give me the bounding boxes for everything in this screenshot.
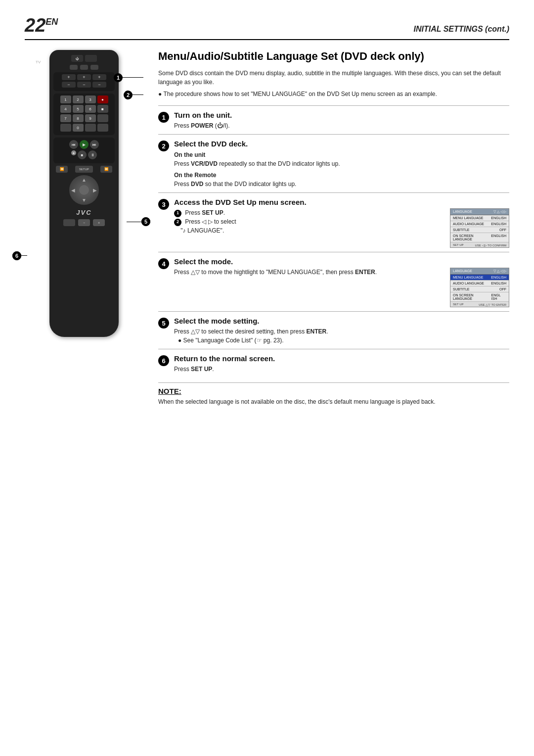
step-3-inline-2: 2 [174, 219, 181, 226]
step-3-content: Access the DVD Set Up menu screen. 1 Pre… [174, 198, 509, 248]
step-6-num: 6 [158, 355, 169, 366]
note-box: NOTE: When the selected language is not … [158, 382, 509, 406]
intro-bullet: The procedure shows how to set "MENU LAN… [158, 90, 509, 98]
num-8: 8 [73, 114, 84, 122]
tv-label: TV [36, 60, 41, 64]
btn-fwd: ⏩ [100, 166, 112, 173]
mini-screen-2-row2: AUDIO LANGUAGEENGLISH [450, 281, 509, 286]
btn-r1 [70, 65, 78, 70]
header: 22EN INITIAL SETTINGS (cont.) [25, 15, 509, 40]
step-5-content: Select the mode setting. Press △▽ to sel… [174, 317, 509, 345]
callout-5: 5 [141, 217, 150, 226]
step-2-sub1-text: Press VCR/DVD repeatedly so that the DVD… [174, 159, 509, 168]
mini-screen-2-row3: SUBTITLEOFF [450, 286, 509, 292]
vol-minus: − [62, 82, 76, 88]
mini-screen-1: LANGUAGE ▽ △ ◁ ▷ MENU LANGUAGEENGLISH AU… [450, 208, 509, 248]
step-3-num: 3 [158, 199, 169, 210]
step-6-body: Press SET UP. [174, 365, 509, 374]
nav-right: ▶ [93, 188, 97, 193]
step-1-num: 1 [158, 112, 169, 123]
num-2: 2 [73, 95, 84, 103]
mini-screen-1-header: LANGUAGE ▽ △ ◁ ▷ [450, 209, 509, 215]
callout-6: 6 [12, 251, 21, 260]
step-6: 6 Return to the normal screen. Press SET… [158, 349, 509, 378]
step-5: 5 Select the mode setting. Press △▽ to s… [158, 311, 509, 349]
btn-bottom1 [63, 219, 75, 226]
num-9: 9 [85, 114, 96, 122]
nav-enter [79, 185, 89, 195]
btn-minus3: − [92, 82, 106, 88]
step-4-num: 4 [158, 258, 169, 269]
btn-r3 [90, 65, 98, 70]
step-6-content: Return to the normal screen. Press SET U… [174, 354, 509, 374]
btn-stop: ■ [78, 150, 87, 159]
btn-plus3: + [92, 74, 106, 80]
mini-screen-2-row4: ON SCREEN LANGUAGEENGL ISH [450, 292, 509, 302]
mini-screen-2-footer: SET UPUSE △▽ TO ENTER [450, 302, 509, 307]
step-1: 1 Turn on the unit. Press POWER (⏻/I). [158, 105, 509, 134]
num-extra3 [60, 124, 71, 132]
ch-minus: − [77, 82, 91, 88]
page-number: 22EN [25, 15, 58, 36]
btn-bottom2: − [78, 219, 90, 226]
section-main-title: Menu/Audio/Subtitle Language Set (DVD de… [158, 50, 509, 63]
num-extra4 [85, 124, 96, 132]
num-7: 7 [60, 114, 71, 122]
right-column: Menu/Audio/Subtitle Language Set (DVD de… [158, 50, 509, 406]
mini-screen-1-footer: SET UPUSE ◁▷ TO CONFIRM [450, 242, 509, 248]
brand-label: JVC [53, 209, 115, 216]
step-3-heading: Access the DVD Set Up menu screen. [174, 198, 509, 206]
remote-body: TV ⏻ + + [49, 50, 119, 337]
step-4: 4 Select the mode. Press △▽ to move the … [158, 252, 509, 311]
note-text: When the selected language is not availa… [158, 397, 509, 406]
remote-container: 1 2 3 - 5 3 [27, 50, 141, 337]
num-5: 5 [73, 105, 84, 113]
tv-btn [85, 55, 97, 62]
num-6: 6 [85, 105, 96, 113]
section-title: INITIAL SETTINGS (cont.) [414, 25, 509, 34]
mini-screen-2-header: LANGUAGE ▽ △ ◁ ▷ [450, 268, 509, 275]
num-extra: ■ [97, 105, 108, 113]
btn-play: ▶ [80, 140, 89, 149]
btn-next-skip: ⏭ [90, 140, 99, 149]
step-3-text: 1 Press SET UP. 2 Press ◁ ▷ to select "♪… [174, 208, 445, 235]
mini-screen-2: LANGUAGE ▽ △ ◁ ▷ MENU LANGUAGEENGLISH AU… [450, 268, 509, 307]
nav-left: ◀ [71, 188, 75, 193]
step-4-body: Press △▽ to move the hightlight to "MENU… [174, 268, 445, 277]
step-4-heading: Select the mode. [174, 257, 509, 266]
mini-screen-1-row1: MENU LANGUAGEENGLISH [450, 215, 509, 221]
step-3-body: 1 Press SET UP. 2 Press ◁ ▷ to select "♪… [174, 208, 445, 235]
ch-plus: + [77, 74, 91, 80]
step-3-inline-1: 1 [174, 210, 181, 217]
btn-prev-skip: ⏮ [69, 140, 78, 149]
main-content: 1 2 3 - 5 3 [25, 50, 509, 406]
step-1-content: Turn on the unit. Press POWER (⏻/I). [174, 111, 509, 130]
step-2-num: 2 [158, 141, 169, 151]
nav-up: ▲ [82, 177, 87, 183]
num-3: 3 [85, 95, 96, 103]
intro-paragraph: Some DVD discs contain the DVD menu disp… [158, 69, 509, 87]
mini-screen-1-row3: SUBTITLEOFF [450, 227, 509, 233]
step-5-body: Press △▽ to select the desired setting, … [174, 327, 509, 345]
callout-2: 2 [124, 91, 133, 99]
note-title: NOTE: [158, 387, 509, 395]
num-4: 4 [60, 105, 71, 113]
step-2-sub1-label: On the unit [174, 150, 509, 159]
left-column: 1 2 3 - 5 3 [25, 50, 143, 406]
step-2-sub2-text: Press DVD so that the DVD indicator ligh… [174, 180, 509, 189]
step-5-num: 5 [158, 318, 169, 329]
callout-1: 1 [114, 73, 123, 82]
btn-bottom3: + [93, 219, 105, 226]
btn-r2 [80, 65, 88, 70]
num-0: 0 [73, 124, 84, 132]
step-1-heading: Turn on the unit. [174, 111, 509, 119]
step-5-heading: Select the mode setting. [174, 317, 509, 325]
nav-circle: ▲ ▼ ◀ ▶ [69, 175, 99, 205]
plus-minus-section: + + + − − − [53, 72, 115, 91]
num-extra2 [97, 114, 108, 122]
num-1: 1 [60, 95, 71, 103]
step-2-body: On the unit Press VCR/DVD repeatedly so … [174, 150, 509, 189]
step-4-content: Select the mode. Press △▽ to move the hi… [174, 257, 509, 307]
mini-screen-1-row2: AUDIO LANGUAGEENGLISH [450, 221, 509, 227]
btn-setup-small: SETUP [75, 166, 93, 173]
